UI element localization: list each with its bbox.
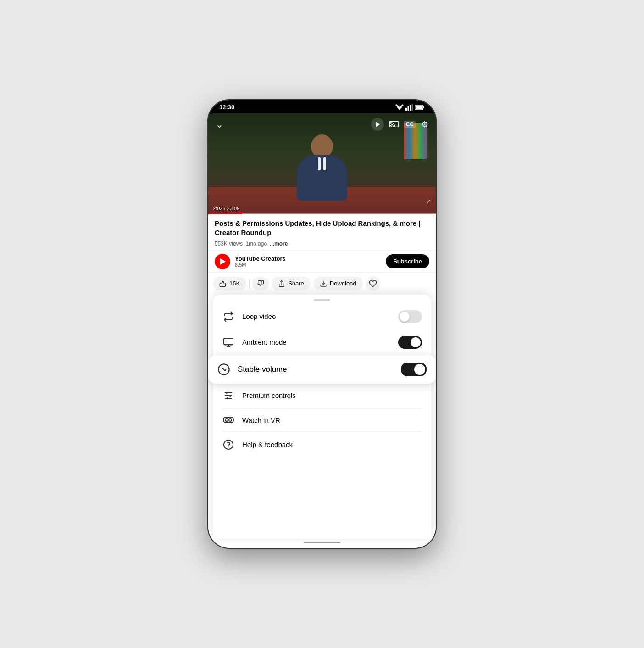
pause-bar-left bbox=[318, 157, 321, 170]
svg-marker-1 bbox=[395, 104, 404, 109]
svg-marker-9 bbox=[376, 122, 380, 127]
dislike-button[interactable] bbox=[252, 277, 269, 290]
status-bar: 12:30 bbox=[208, 100, 436, 113]
ambient-mode-toggle[interactable] bbox=[398, 336, 422, 349]
play-toggle-button[interactable] bbox=[371, 118, 384, 131]
loop-video-label: Loop video bbox=[242, 313, 391, 320]
sheet-divider-2 bbox=[222, 431, 422, 432]
svg-rect-5 bbox=[412, 104, 413, 111]
content-area: Posts & Permissions Updates, Hide Upload… bbox=[208, 214, 436, 548]
svg-rect-8 bbox=[416, 106, 422, 109]
stable-volume-knob bbox=[414, 364, 425, 375]
status-time: 12:30 bbox=[219, 104, 234, 111]
watch-vr-label: Watch in VR bbox=[242, 416, 422, 424]
bottom-sheet: Loop video Ambient bbox=[213, 295, 431, 539]
save-button[interactable] bbox=[366, 276, 380, 291]
vr-icon bbox=[222, 416, 235, 424]
stable-volume-card: Stable volume bbox=[208, 355, 436, 384]
video-top-controls: ⌄ bbox=[208, 113, 436, 135]
premium-controls-item[interactable]: Premium controls bbox=[213, 384, 431, 408]
ambient-toggle-knob bbox=[411, 337, 421, 347]
svg-rect-7 bbox=[423, 106, 424, 108]
progress-area[interactable]: 2:02 / 23:09 bbox=[208, 204, 436, 214]
like-button[interactable]: 16K bbox=[213, 277, 246, 290]
status-icons bbox=[395, 104, 425, 111]
ambient-icon bbox=[222, 337, 235, 348]
pause-indicator[interactable] bbox=[318, 157, 326, 170]
download-icon bbox=[320, 280, 327, 287]
subscribe-button[interactable]: Subscribe bbox=[386, 254, 429, 268]
progress-bar[interactable] bbox=[208, 213, 436, 214]
ambient-mode-item[interactable]: Ambient mode bbox=[213, 330, 431, 355]
premium-controls-label: Premium controls bbox=[242, 391, 422, 399]
svg-rect-3 bbox=[408, 106, 409, 111]
settings-icon[interactable]: ⚙ bbox=[421, 119, 428, 129]
share-icon bbox=[278, 280, 285, 287]
phone-frame: 12:30 bbox=[207, 99, 437, 549]
loop-icon bbox=[222, 311, 235, 322]
svg-rect-4 bbox=[410, 105, 411, 111]
svg-point-24 bbox=[225, 419, 228, 421]
video-right-controls: CC ⚙ bbox=[371, 118, 428, 131]
loop-video-item[interactable]: Loop video bbox=[213, 304, 431, 330]
time-ago: 1mo ago bbox=[245, 240, 267, 247]
channel-subs: 6.5M bbox=[235, 262, 381, 268]
share-button[interactable]: Share bbox=[272, 277, 311, 290]
signal-icon bbox=[405, 104, 413, 111]
cast-icon[interactable] bbox=[389, 120, 399, 129]
view-count: 553K views bbox=[215, 240, 243, 247]
stable-volume-icon bbox=[217, 363, 230, 376]
svg-rect-2 bbox=[405, 108, 407, 111]
channel-icon[interactable] bbox=[215, 254, 230, 269]
video-player[interactable]: ⌄ bbox=[208, 113, 436, 214]
channel-info: YouTube Creators 6.5M bbox=[235, 255, 381, 268]
like-count: 16K bbox=[229, 280, 240, 287]
ambient-mode-label: Ambient mode bbox=[242, 338, 391, 346]
channel-row: YouTube Creators 6.5M Subscribe bbox=[208, 251, 436, 273]
total-time: 23:09 bbox=[227, 206, 240, 211]
captions-icon[interactable]: CC bbox=[404, 121, 416, 128]
sheet-divider-1 bbox=[222, 408, 422, 409]
svg-rect-13 bbox=[224, 338, 233, 345]
fullscreen-icon[interactable]: ⤢ bbox=[426, 198, 431, 205]
help-icon bbox=[222, 439, 235, 450]
thumbs-down-icon bbox=[257, 280, 264, 287]
video-title: Posts & Permissions Updates, Hide Upload… bbox=[208, 214, 436, 240]
loop-toggle-knob bbox=[400, 312, 410, 322]
home-bar bbox=[304, 542, 340, 543]
svg-point-25 bbox=[229, 419, 232, 421]
share-label: Share bbox=[288, 280, 304, 287]
like-divider bbox=[249, 279, 250, 288]
minimize-icon[interactable]: ⌄ bbox=[216, 119, 223, 130]
home-indicator bbox=[208, 539, 436, 548]
download-button[interactable]: Download bbox=[313, 277, 363, 290]
progress-scrubber[interactable] bbox=[238, 212, 242, 215]
video-meta: 553K views 1mo ago ...more bbox=[208, 240, 436, 251]
svg-point-22 bbox=[227, 397, 228, 399]
heart-icon bbox=[369, 279, 377, 288]
actions-row: 16K Share bbox=[208, 273, 436, 295]
premium-controls-icon bbox=[222, 390, 235, 401]
time-display: 2:02 / 23:09 bbox=[208, 204, 436, 213]
progress-fill bbox=[208, 213, 240, 214]
thumbs-up-icon bbox=[219, 280, 227, 287]
sheet-handle bbox=[314, 299, 330, 301]
current-time: 2:02 bbox=[213, 206, 222, 211]
more-link[interactable]: ...more bbox=[270, 240, 288, 247]
loop-video-toggle[interactable] bbox=[398, 310, 422, 323]
download-label: Download bbox=[330, 280, 356, 287]
watch-in-vr-item[interactable]: Watch in VR bbox=[213, 410, 431, 430]
help-feedback-item[interactable]: Help & feedback bbox=[213, 433, 431, 457]
pause-bar-right bbox=[323, 157, 326, 170]
youtube-logo bbox=[220, 258, 226, 265]
play-icon bbox=[375, 121, 380, 128]
channel-name[interactable]: YouTube Creators bbox=[235, 255, 381, 262]
svg-point-20 bbox=[226, 392, 228, 394]
svg-point-21 bbox=[229, 395, 231, 397]
battery-icon bbox=[415, 105, 425, 110]
help-feedback-label: Help & feedback bbox=[242, 441, 422, 448]
stable-volume-toggle[interactable] bbox=[401, 363, 427, 376]
phone-screen: 12:30 bbox=[208, 100, 436, 548]
wifi-icon bbox=[395, 104, 404, 111]
stable-volume-label: Stable volume bbox=[238, 365, 394, 374]
